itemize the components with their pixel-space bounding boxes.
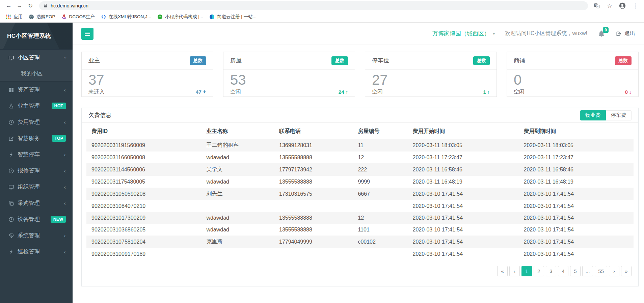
stat-card-value: 0 xyxy=(514,72,632,88)
stat-card-body: 37未迁入47 xyxy=(82,70,213,95)
refresh-icon[interactable]: ↻ xyxy=(25,1,36,10)
table-cell: wdawdad xyxy=(201,152,274,163)
bookmark-item[interactable]: 应用 xyxy=(3,13,26,21)
stat-card-sub-value: 0↓ xyxy=(625,89,632,95)
sidebar-item[interactable]: 组织管理‹ xyxy=(0,179,73,195)
stat-card-title: 房屋 xyxy=(230,57,242,64)
sidebar-item[interactable]: 巡检管理‹ xyxy=(0,244,73,260)
stat-card-value: 27 xyxy=(372,72,490,88)
profile-icon[interactable] xyxy=(617,1,628,10)
table-cell: 2020-03-11 18:03:05 xyxy=(519,139,634,152)
table-cell: 902020031009170189 xyxy=(86,248,201,260)
community-name: 万博家博园（城西区） xyxy=(432,30,490,37)
bookmark-item[interactable]: 小程序代码构成 |... xyxy=(154,13,206,21)
sidebar-toggle-button[interactable] xyxy=(81,28,93,40)
sidebar-item-badge: NEW xyxy=(51,216,66,223)
table-row: 9020200310091701892020-03-10 17:41:54202… xyxy=(86,248,634,260)
page-button[interactable]: 5 xyxy=(570,266,581,276)
logout-label: 退出 xyxy=(624,30,635,37)
stat-card: 房屋总数53空闲24↑ xyxy=(223,52,355,97)
table-cell: 2020-03-10 17:41:54 xyxy=(408,236,519,248)
table-cell: 902020031144560006 xyxy=(86,163,201,176)
table-cell: 2020-03-10 17:41:54 xyxy=(519,236,634,248)
back-icon[interactable]: ← xyxy=(3,1,14,10)
chevron-left-icon: ‹ xyxy=(64,87,66,93)
stat-card-sub-label: 空闲 xyxy=(372,88,383,95)
top-navbar: 万博家博园（城西区） ▾ 欢迎访问HC小区管理系统，wuxw! 0 退出 xyxy=(73,23,644,45)
gem-icon xyxy=(8,233,14,239)
sidebar-item[interactable]: 小区管理‹ xyxy=(0,50,73,66)
table-cell: wdawdad xyxy=(201,224,274,236)
menu-icon[interactable]: ⋮ xyxy=(630,1,641,10)
table-cell: 902020031166050008 xyxy=(86,152,201,163)
page-button[interactable]: 3 xyxy=(546,266,556,276)
page-button-active[interactable]: 1 xyxy=(521,266,532,276)
star-icon[interactable]: ☆ xyxy=(604,1,615,10)
table-cell: 12 xyxy=(353,212,407,224)
sidebar-item[interactable]: 业主管理HOT xyxy=(0,98,73,114)
forward-icon[interactable]: → xyxy=(14,1,25,10)
translate-icon[interactable]: 文 A xyxy=(591,1,602,10)
sidebar-item[interactable]: 系统管理‹ xyxy=(0,227,73,244)
stat-card-title: 业主 xyxy=(88,57,100,64)
bookmark-item[interactable]: 简道云注册 | 一站... xyxy=(206,13,260,21)
page-button[interactable]: 55 xyxy=(595,266,607,276)
table-row: 902020031144560006吴学文177971739422222020-… xyxy=(86,163,634,176)
arrow-up-icon: ↑ xyxy=(345,89,348,95)
table-cell: 克里斯 xyxy=(201,236,274,248)
table-cell: c00102 xyxy=(353,236,407,248)
table-row: 9020200310840702102020-03-10 17:41:54202… xyxy=(86,200,634,212)
active-menu-group: 小区管理‹我的小区 xyxy=(0,50,73,82)
table-cell: 13555588888 xyxy=(274,176,353,188)
sidebar-item-label: 巡检管理 xyxy=(18,248,64,255)
app-frame: HC小区管理系统 小区管理‹我的小区资产管理‹业主管理HOT费用管理‹智慧服务T… xyxy=(0,23,644,303)
bookmark-label: 浩鲸EOP xyxy=(36,14,55,20)
table-cell: wdawdad xyxy=(201,176,274,188)
sidebar-item[interactable]: 设备管理NEW xyxy=(0,211,73,227)
page-button[interactable]: ... xyxy=(582,266,593,276)
sidebar-subitem[interactable]: 我的小区 xyxy=(0,66,73,81)
sidebar-item[interactable]: 资产管理‹ xyxy=(0,82,73,98)
sidebar-item[interactable]: 智慧停车‹ xyxy=(0,146,73,163)
table-cell: 刘先生 xyxy=(201,188,274,200)
sidebar-item-label: 业主管理 xyxy=(18,102,52,110)
page-button[interactable]: › xyxy=(609,266,619,276)
community-selector[interactable]: 万博家博园（城西区） ▾ xyxy=(432,30,495,37)
bookmark-item[interactable]: 浩鲸EOP xyxy=(26,13,58,21)
bookmark-item[interactable]: DCOOS生产 xyxy=(58,13,98,21)
fee-type-button[interactable]: 停车费 xyxy=(606,110,632,120)
notification-bell[interactable]: 0 xyxy=(597,30,606,38)
logout-button[interactable]: 退出 xyxy=(616,30,635,37)
table-cell: 902020031175480005 xyxy=(86,176,201,188)
url-field[interactable]: hc.demo.winqi.cn xyxy=(39,1,588,10)
monitor-icon xyxy=(8,55,14,61)
table-cell: 17797173942 xyxy=(274,163,353,176)
table-cell: 2020-03-11 16:48:19 xyxy=(408,176,519,188)
table-header-cell: 房屋编号 xyxy=(353,123,407,139)
table-cell: 吴学文 xyxy=(201,163,274,176)
page-button[interactable]: 2 xyxy=(534,266,544,276)
clock-icon xyxy=(8,217,14,222)
bookmark-item[interactable]: 在线XML转JSON,J... xyxy=(98,13,154,21)
arrears-table: 费用ID业主名称联系电话房屋编号费用开始时间费用到期时间 90202003119… xyxy=(86,123,634,260)
stat-card-header: 停车位总数 xyxy=(365,52,497,70)
stat-card-value: 53 xyxy=(230,72,348,88)
stat-card-sub-label: 空闲 xyxy=(230,88,241,95)
sidebar-item[interactable]: 智慧服务TOP xyxy=(0,130,73,146)
fee-type-button[interactable]: 物业费 xyxy=(580,110,606,120)
sidebar-item[interactable]: 费用管理‹ xyxy=(0,114,73,130)
sidebar-item-label: 组织管理 xyxy=(18,183,64,191)
table-cell: 902020031075810204 xyxy=(86,236,201,248)
sidebar-item[interactable]: 采购管理‹ xyxy=(0,195,73,211)
table-cell: 2020-03-10 17:41:54 xyxy=(519,200,634,212)
table-cell: 902020031191560009 xyxy=(86,139,201,152)
page-button[interactable]: 4 xyxy=(558,266,568,276)
page-button[interactable]: ‹ xyxy=(509,266,520,276)
table-cell xyxy=(201,200,274,212)
table-row: 902020031166050008wdawdad135555888881220… xyxy=(86,152,634,163)
sidebar-item[interactable]: 报修管理‹ xyxy=(0,163,73,179)
table-cell: 2020-03-11 17:23:47 xyxy=(519,152,634,163)
bookmark-label: 应用 xyxy=(14,14,23,20)
page-button[interactable]: « xyxy=(497,266,508,276)
page-button[interactable]: » xyxy=(621,266,632,276)
